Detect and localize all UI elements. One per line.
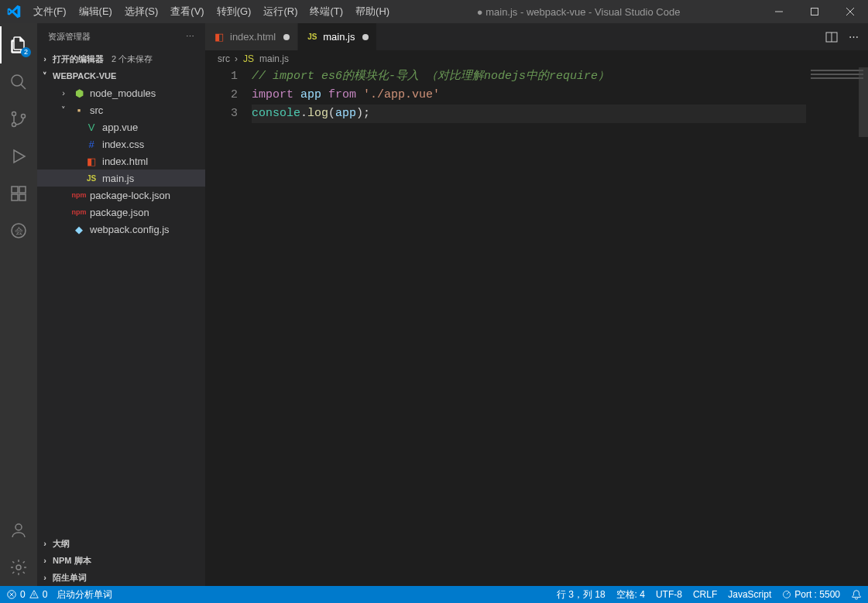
menu-help[interactable]: 帮助(H) [349,0,396,23]
svg-rect-8 [19,194,26,200]
vue-file-icon: V [85,122,98,133]
webpack-file-icon: ◆ [73,224,85,235]
sidebar-more-icon[interactable]: ⋯ [186,32,194,42]
split-editor-icon[interactable] [825,31,838,43]
status-spaces[interactable]: 空格: 4 [616,588,645,601]
menu-selection[interactable]: 选择(S) [118,0,164,23]
chevron-right-icon: › [40,573,50,582]
activity-run-debug[interactable] [0,138,37,175]
section-npm-scripts[interactable]: › NPM 脚本 [37,552,205,569]
status-bar: 0 0 启动分析单词 行 3，列 18 空格: 4 UTF-8 CRLF Jav… [0,586,868,603]
svg-text:会: 会 [15,226,23,235]
open-editors-unsaved-count: 2 个未保存 [112,53,153,65]
minimap[interactable] [806,67,868,586]
tree-item-index-css[interactable]: #index.css [37,135,205,152]
menu-go[interactable]: 转到(G) [211,0,258,23]
folder-icon: ▪ [73,104,85,116]
menu-view[interactable]: 查看(V) [164,0,210,23]
file-tree: ›⬢node_modules˅▪srcVapp.vue#index.css◧in… [37,84,205,535]
tree-item-label: webpack.config.js [90,224,170,235]
chevron-right-icon: › [40,54,50,63]
tree-item-app-vue[interactable]: Vapp.vue [37,118,205,135]
breadcrumb-file[interactable]: main.js [259,53,289,64]
minimize-button[interactable] [761,0,797,23]
tab-index-html[interactable]: ◧index.html [205,23,298,50]
dirty-indicator-icon [283,34,290,40]
status-notifications-icon[interactable] [851,589,862,600]
svg-point-4 [22,115,26,118]
menu-file[interactable]: 文件(F) [27,0,73,23]
status-problems[interactable]: 0 0 [6,589,47,600]
code-editor[interactable]: 123 // import es6的模块化-导入 （对比理解nodejs中的re… [205,67,868,586]
section-outline[interactable]: › 大纲 [37,535,205,552]
tab-label: index.html [230,31,276,43]
breadcrumbs[interactable]: src › JS main.js [205,50,868,67]
window-controls [761,0,868,23]
chevron-down-icon: ˅ [40,71,50,81]
section-unknown-words[interactable]: › 陌生单词 [37,569,205,586]
tree-item-label: src [90,104,103,116]
status-encoding[interactable]: UTF-8 [656,589,682,600]
tree-item-node_modules[interactable]: ›⬢node_modules [37,84,205,101]
status-analysis[interactable]: 启动分析单词 [57,588,112,601]
js-file-icon: JS [242,53,255,64]
editor-tabs: ◧index.htmlJSmain.js ⋯ [205,23,868,50]
tree-item-src[interactable]: ˅▪src [37,101,205,118]
js-file-icon: JS [306,33,318,41]
activity-bar: 2 会 [0,23,37,586]
status-port-label: Port : 5500 [794,589,840,600]
status-eol[interactable]: CRLF [693,589,717,600]
status-warnings-count: 0 [43,589,48,600]
tree-item-main-js[interactable]: JSmain.js [37,170,205,187]
svg-rect-6 [19,187,26,193]
section-project[interactable]: ˅ WEBPACK-VUE [37,67,205,84]
title-bar: 文件(F) 编辑(E) 选择(S) 查看(V) 转到(G) 运行(R) 终端(T… [0,0,868,23]
chevron-right-icon: › [40,556,50,565]
menu-run[interactable]: 运行(R) [257,0,304,23]
activity-explorer[interactable]: 2 [0,26,37,63]
tree-item-label: node_modules [90,87,156,99]
chevron-icon: › [59,88,68,98]
svg-point-11 [15,524,22,530]
editor-more-icon[interactable]: ⋯ [849,31,859,43]
unknown-words-label: 陌生单词 [53,572,87,584]
status-port[interactable]: Port : 5500 [782,589,840,600]
vscode-logo-icon [0,5,27,19]
tree-item-package-json[interactable]: npmpackage.json [37,204,205,221]
tree-item-label: package-lock.json [90,190,170,201]
activity-account-extra[interactable]: 会 [0,212,37,249]
activity-source-control[interactable] [0,101,37,138]
chevron-icon: ˅ [59,105,68,115]
section-open-editors[interactable]: › 打开的编辑器 2 个未保存 [37,50,205,67]
activity-search[interactable] [0,63,37,101]
tree-item-index-html[interactable]: ◧index.html [37,152,205,170]
sidebar-explorer: 资源管理器 ⋯ › 打开的编辑器 2 个未保存 ˅ WEBPACK-VUE ›⬢… [37,23,205,586]
tab-main-js[interactable]: JSmain.js [298,23,377,50]
svg-point-3 [12,123,16,127]
minimap-scroll-handle[interactable] [859,67,868,137]
chevron-right-icon: › [235,53,238,64]
status-line-col[interactable]: 行 3，列 18 [557,588,606,601]
editor-group: ◧index.htmlJSmain.js ⋯ src › JS main.js … [205,23,868,586]
activity-extensions[interactable] [0,175,37,212]
menu-terminal[interactable]: 终端(T) [304,0,349,23]
activity-settings[interactable] [0,549,37,586]
tree-item-label: app.vue [102,122,138,133]
dirty-indicator-icon [362,34,369,40]
tree-item-package-lock-json[interactable]: npmpackage-lock.json [37,187,205,204]
maximize-button[interactable] [797,0,832,23]
tree-item-webpack-config-js[interactable]: ◆webpack.config.js [37,221,205,238]
status-language[interactable]: JavaScript [728,589,771,600]
close-button[interactable] [832,0,868,23]
app-menu: 文件(F) 编辑(E) 选择(S) 查看(V) 转到(G) 运行(R) 终端(T… [27,0,396,23]
code-area[interactable]: // import es6的模块化-导入 （对比理解nodejs中的requir… [252,67,868,586]
status-errors-count: 0 [20,589,26,600]
js-file-icon: JS [85,174,98,183]
tree-item-label: main.js [102,173,134,184]
svg-point-12 [16,565,21,570]
activity-accounts[interactable] [0,512,37,549]
breadcrumb-folder[interactable]: src [218,53,230,64]
outline-label: 大纲 [53,538,70,550]
svg-point-1 [12,75,22,86]
menu-edit[interactable]: 编辑(E) [73,0,118,23]
